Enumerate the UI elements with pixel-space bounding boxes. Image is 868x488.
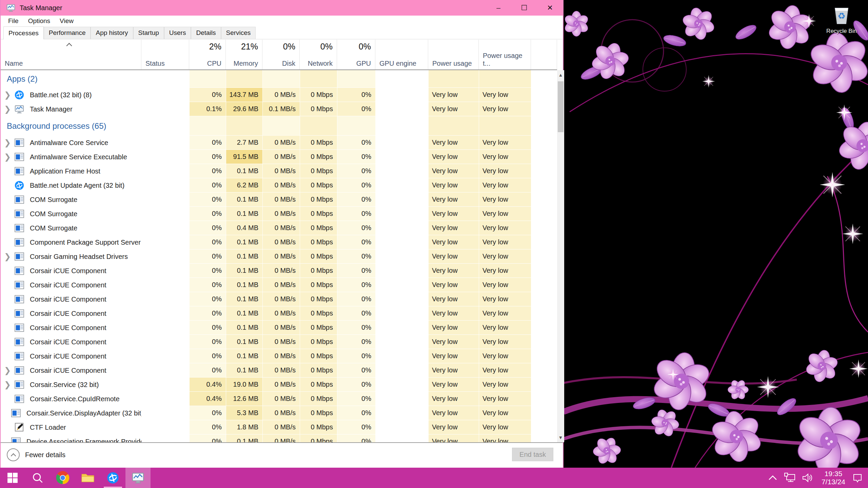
table-row[interactable]: ❯ Corsair iCUE Component 0% 0.1 MB 0 MB/…: [1, 363, 557, 378]
expand-chevron-icon[interactable]: ❯: [4, 252, 14, 261]
process-name-cell[interactable]: ❯ Battle.net (32 bit) (8): [1, 88, 141, 102]
process-name-cell[interactable]: ❯ Antimalware Service Executable: [1, 150, 141, 164]
column-header-gpu[interactable]: 0% GPU: [337, 40, 375, 70]
table-row[interactable]: ❯ Corsair Gaming Headset Drivers 0% 0.1 …: [1, 249, 557, 264]
expand-chevron-icon[interactable]: ❯: [4, 366, 14, 375]
table-row[interactable]: ❯ COM Surrogate 0% 0.4 MB 0 MB/s 0 Mbps …: [1, 221, 557, 235]
vertical-scrollbar[interactable]: ▲ ▼: [557, 70, 564, 442]
process-name-cell[interactable]: ❯ Application Frame Host: [1, 164, 141, 178]
table-row[interactable]: ❯ Battle.net (32 bit) (8) 0% 143.7 MB 0 …: [1, 88, 557, 102]
table-row[interactable]: ❯ Corsair iCUE Component 0% 0.1 MB 0 MB/…: [1, 349, 557, 363]
table-row[interactable]: ❯ Component Package Support Server 0% 0.…: [1, 235, 557, 249]
recycle-bin-shortcut[interactable]: ♻ Recycle Bin: [824, 5, 859, 35]
taskbar-button-chrome[interactable]: [50, 468, 75, 488]
table-row[interactable]: ❯ COM Surrogate 0% 0.1 MB 0 MB/s 0 Mbps …: [1, 192, 557, 207]
expand-chevron-icon[interactable]: ❯: [4, 380, 14, 389]
column-header-cpu[interactable]: 2% CPU: [189, 40, 226, 70]
taskbar-button-file-explorer[interactable]: [75, 468, 100, 488]
table-row[interactable]: ❯ Corsair iCUE Component 0% 0.1 MB 0 MB/…: [1, 335, 557, 349]
column-header-power-usage-trend[interactable]: Power usage t...: [479, 40, 531, 70]
taskbar-clock[interactable]: 19:35 7/13/24: [822, 470, 845, 486]
process-name-cell[interactable]: ❯ Corsair.Service.CpuIdRemote: [1, 392, 141, 406]
tab-app-history[interactable]: App history: [91, 27, 133, 39]
column-header-status[interactable]: Status: [141, 40, 189, 70]
table-row[interactable]: ❯ Corsair.Service (32 bit) 0.4% 19.0 MB …: [1, 378, 557, 392]
table-row[interactable]: ❯ Device Association Framework Provider …: [1, 434, 557, 442]
process-name-cell[interactable]: ❯ Antimalware Core Service: [1, 136, 141, 150]
group-heat-cell: [479, 116, 531, 136]
column-header-disk[interactable]: 0% Disk: [262, 40, 300, 70]
tab-details[interactable]: Details: [191, 27, 221, 39]
expand-chevron-icon[interactable]: ❯: [4, 90, 14, 100]
process-name-cell[interactable]: ❯ Task Manager: [1, 102, 141, 116]
process-name-cell[interactable]: ❯ Corsair iCUE Component: [1, 292, 141, 306]
process-name-cell[interactable]: ❯ COM Surrogate: [1, 221, 141, 235]
close-button[interactable]: ✕: [537, 0, 563, 16]
table-row[interactable]: ❯ Corsair iCUE Component 0% 0.1 MB 0 MB/…: [1, 264, 557, 278]
process-name-cell[interactable]: ❯ Corsair iCUE Component: [1, 278, 141, 292]
expand-chevron-icon[interactable]: ❯: [4, 152, 14, 162]
process-name-cell[interactable]: ❯ Corsair Gaming Headset Drivers: [1, 249, 141, 264]
process-name-cell[interactable]: ❯ Corsair iCUE Component: [1, 306, 141, 321]
column-header-memory[interactable]: 21% Memory: [226, 40, 262, 70]
table-row[interactable]: ❯ Battle.net Update Agent (32 bit) 0% 6.…: [1, 178, 557, 192]
process-name-cell[interactable]: ❯ COM Surrogate: [1, 192, 141, 207]
table-row[interactable]: ❯ Antimalware Core Service 0% 2.7 MB 0 M…: [1, 136, 557, 150]
process-name-cell[interactable]: ❯ Corsair.Service.DisplayAdapter (32 bit…: [1, 406, 141, 420]
table-row[interactable]: ❯ Corsair.Service.CpuIdRemote 0.4% 12.6 …: [1, 392, 557, 406]
minimize-button[interactable]: –: [486, 0, 511, 16]
volume-icon[interactable]: [802, 473, 814, 483]
expand-chevron-icon[interactable]: ❯: [4, 138, 14, 147]
menu-item-view[interactable]: View: [56, 17, 77, 25]
maximize-button[interactable]: ☐: [511, 0, 537, 16]
scrollbar-thumb[interactable]: [558, 81, 564, 132]
action-center-icon[interactable]: [852, 473, 863, 483]
process-name-cell[interactable]: ❯ Corsair iCUE Component: [1, 321, 141, 335]
taskbar-button-start[interactable]: [0, 468, 25, 488]
menu-item-options[interactable]: Options: [25, 17, 54, 25]
process-name-cell[interactable]: ❯ Corsair iCUE Component: [1, 264, 141, 278]
tab-services[interactable]: Services: [221, 27, 256, 39]
network-icon[interactable]: [783, 472, 796, 483]
tab-users[interactable]: Users: [164, 27, 191, 39]
column-header-name[interactable]: Name: [1, 40, 141, 70]
table-row[interactable]: ❯ Antimalware Service Executable 0% 91.5…: [1, 150, 557, 164]
taskbar-button-search[interactable]: [25, 468, 50, 488]
process-name-cell[interactable]: ❯ Battle.net Update Agent (32 bit): [1, 178, 141, 192]
table-row[interactable]: ❯ Task Manager 0.1% 29.6 MB 0.1 MB/s 0 M…: [1, 102, 557, 116]
taskbar-button-battlenet[interactable]: [100, 468, 125, 488]
menu-item-file[interactable]: File: [5, 17, 22, 25]
scroll-up-button[interactable]: ▲: [557, 70, 564, 80]
column-header-power-usage[interactable]: Power usage: [428, 40, 479, 70]
group-header-row[interactable]: Background processes (65): [1, 116, 557, 136]
tab-startup[interactable]: Startup: [133, 27, 164, 39]
process-name-cell[interactable]: ❯ Corsair iCUE Component: [1, 363, 141, 378]
table-row[interactable]: ❯ Corsair.Service.DisplayAdapter (32 bit…: [1, 406, 557, 420]
taskbar-button-task-manager[interactable]: [125, 468, 151, 488]
process-name-cell[interactable]: ❯ Corsair.Service (32 bit): [1, 378, 141, 392]
table-row[interactable]: ❯ Corsair iCUE Component 0% 0.1 MB 0 MB/…: [1, 292, 557, 306]
process-name-cell[interactable]: ❯ Corsair iCUE Component: [1, 349, 141, 363]
table-row[interactable]: ❯ Corsair iCUE Component 0% 0.1 MB 0 MB/…: [1, 321, 557, 335]
fewer-details-button[interactable]: Fewer details: [7, 448, 65, 461]
table-row[interactable]: ❯ COM Surrogate 0% 0.1 MB 0 MB/s 0 Mbps …: [1, 207, 557, 221]
expand-chevron-icon[interactable]: ❯: [4, 104, 14, 114]
process-name-cell[interactable]: ❯ Corsair iCUE Component: [1, 335, 141, 349]
tab-performance[interactable]: Performance: [44, 27, 91, 39]
tab-processes[interactable]: Processes: [3, 26, 44, 39]
table-row[interactable]: ❯ Application Frame Host 0% 0.1 MB 0 MB/…: [1, 164, 557, 178]
process-name-cell[interactable]: ❯ Component Package Support Server: [1, 235, 141, 249]
column-header-gpu-engine[interactable]: GPU engine: [375, 40, 428, 70]
scroll-down-button[interactable]: ▼: [557, 433, 564, 442]
process-name-cell[interactable]: ❯ Device Association Framework Provider: [1, 434, 141, 442]
process-name-cell[interactable]: ❯ COM Surrogate: [1, 207, 141, 221]
table-row[interactable]: ❯ Corsair iCUE Component 0% 0.1 MB 0 MB/…: [1, 306, 557, 321]
column-header-network[interactable]: 0% Network: [300, 40, 337, 70]
tray-chevron-up-icon[interactable]: [768, 475, 777, 481]
group-header-row[interactable]: Apps (2): [1, 70, 557, 88]
end-task-button[interactable]: End task: [512, 448, 553, 461]
table-row[interactable]: ❯ CTF Loader 0% 1.8 MB 0 MB/s 0 Mbps 0% …: [1, 420, 557, 434]
table-row[interactable]: ❯ Corsair iCUE Component 0% 0.1 MB 0 MB/…: [1, 278, 557, 292]
titlebar[interactable]: Task Manager – ☐ ✕: [1, 0, 563, 16]
process-name-cell[interactable]: ❯ CTF Loader: [1, 420, 141, 434]
